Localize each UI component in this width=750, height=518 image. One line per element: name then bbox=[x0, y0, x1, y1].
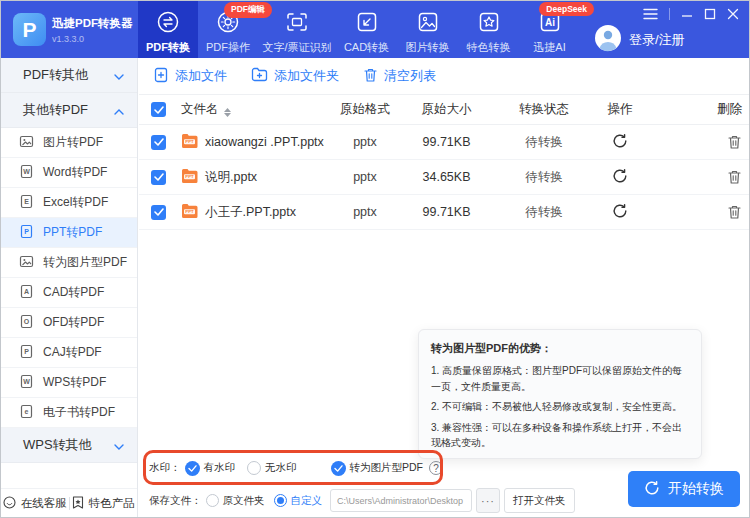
nav-tab-pdf-convert[interactable]: PDF转换 bbox=[138, 1, 198, 58]
original-folder-radio[interactable] bbox=[206, 494, 219, 507]
sort-icon bbox=[224, 108, 231, 117]
col-action: 操作 bbox=[594, 101, 646, 118]
sidebar-group-pdf-to-other[interactable]: PDF转其他 bbox=[1, 58, 137, 93]
sidebar-group-other-to-pdf[interactable]: 其他转PDF bbox=[1, 93, 137, 128]
refresh-icon[interactable] bbox=[594, 133, 646, 152]
chevron-down-icon bbox=[114, 68, 124, 83]
sidebar-item-cad-to-pdf[interactable]: A CAD转PDF bbox=[1, 278, 137, 308]
sidebar: PDF转其他 其他转PDF 图片转PDF W Word转PDF E Excel转… bbox=[1, 58, 138, 517]
toolbar: 添加文件 添加文件夹 清空列表 bbox=[139, 58, 749, 95]
delete-icon[interactable] bbox=[646, 134, 744, 150]
svg-text:W: W bbox=[23, 168, 30, 175]
ofd-file-icon: O bbox=[19, 314, 34, 332]
sidebar-item-wps-to-pdf[interactable]: W WPS转PDF bbox=[1, 368, 137, 398]
row-checkbox[interactable] bbox=[151, 205, 166, 220]
sidebar-item-image-to-pdf[interactable]: 图片转PDF bbox=[1, 128, 137, 158]
original-folder-label[interactable]: 原文件夹 bbox=[223, 494, 265, 508]
file-name: 说明.pptx bbox=[205, 169, 257, 186]
close-icon[interactable] bbox=[727, 8, 739, 20]
menu-icon[interactable] bbox=[643, 8, 658, 20]
cad-file-icon: A bbox=[19, 284, 34, 302]
ebook-file-icon: e bbox=[19, 404, 34, 422]
sidebar-item-ofd-to-pdf[interactable]: O OFD转PDF bbox=[1, 308, 137, 338]
app-title: 迅捷PDF转换器 bbox=[52, 16, 133, 31]
row-checkbox[interactable] bbox=[151, 135, 166, 150]
ribbon-star-icon bbox=[72, 496, 84, 511]
svg-text:e: e bbox=[25, 408, 29, 415]
clear-list-button[interactable]: 清空列表 bbox=[363, 67, 436, 86]
brand: P 迅捷PDF转换器 v1.3.3.0 bbox=[1, 1, 138, 58]
nav-tab-pdf-operate[interactable]: PDF编辑 PDF操作 bbox=[198, 1, 258, 58]
help-icon[interactable]: ? bbox=[429, 461, 443, 475]
minimize-icon[interactable] bbox=[681, 8, 693, 20]
main-content: 添加文件 添加文件夹 清空列表 文件名 原始格式 原始大小 转换状态 操作 删除… bbox=[139, 58, 749, 517]
file-size: 99.71KB bbox=[399, 205, 494, 219]
sidebar-item-ebook-to-pdf[interactable]: e 电子书转PDF bbox=[1, 398, 137, 428]
sidebar-item-ppt-to-pdf[interactable]: P PPT转PDF bbox=[1, 218, 137, 248]
file-format: pptx bbox=[331, 135, 399, 149]
nav-tab-cad-convert[interactable]: CAD转换 bbox=[336, 1, 397, 58]
cad-icon bbox=[354, 9, 380, 35]
online-support[interactable]: 在线客服 bbox=[1, 496, 69, 511]
watermark-label: 水印： bbox=[149, 461, 181, 475]
add-file-button[interactable]: 添加文件 bbox=[153, 67, 227, 86]
trash-icon bbox=[363, 67, 378, 86]
convert-status: 待转换 bbox=[494, 204, 594, 221]
select-all-checkbox[interactable] bbox=[151, 102, 166, 117]
start-convert-button[interactable]: 开始转换 bbox=[628, 471, 740, 507]
sidebar-item-to-image-pdf[interactable]: 转为图片型PDF bbox=[1, 248, 137, 278]
convert-status: 待转换 bbox=[494, 169, 594, 186]
add-folder-button[interactable]: 添加文件夹 bbox=[251, 67, 339, 85]
excel-file-icon: E bbox=[19, 194, 34, 212]
without-watermark-radio[interactable] bbox=[247, 461, 261, 475]
save-path-input[interactable] bbox=[330, 489, 472, 512]
custom-folder-label[interactable]: 自定义 bbox=[291, 494, 323, 508]
delete-icon[interactable] bbox=[646, 204, 744, 220]
refresh-icon[interactable] bbox=[594, 168, 646, 187]
col-size: 原始大小 bbox=[399, 101, 494, 118]
table-row: PPT小王子.PPT.pptx pptx 99.71KB 待转换 bbox=[139, 195, 749, 230]
nav-tab-xunjie-ai[interactable]: DeepSeek Ai 迅捷AI bbox=[519, 1, 580, 58]
file-name: xiaowangzi .PPT.pptx bbox=[205, 135, 324, 149]
file-size: 99.71KB bbox=[399, 135, 494, 149]
ppt-file-type-icon: PPT bbox=[181, 203, 198, 221]
col-filename[interactable]: 文件名 bbox=[181, 101, 331, 118]
without-watermark-label[interactable]: 无水印 bbox=[265, 461, 297, 475]
maximize-icon[interactable] bbox=[704, 8, 716, 20]
divider bbox=[669, 8, 670, 20]
avatar bbox=[594, 24, 622, 55]
image-file-icon bbox=[19, 254, 34, 272]
nav-tab-special-convert[interactable]: 特色转换 bbox=[458, 1, 519, 58]
file-format: pptx bbox=[331, 170, 399, 184]
open-folder-button[interactable]: 打开文件夹 bbox=[504, 488, 575, 513]
table-row: PPTxiaowangzi .PPT.pptx pptx 99.71KB 待转换 bbox=[139, 125, 749, 160]
main-nav: PDF转换 PDF编辑 PDF操作 文字/票证识别 CAD转换 图片转换 bbox=[138, 1, 580, 58]
to-image-pdf-label[interactable]: 转为图片型PDF bbox=[350, 461, 424, 475]
login-register[interactable]: 登录/注册 bbox=[594, 21, 685, 58]
refresh-icon[interactable] bbox=[594, 203, 646, 222]
nav-tab-image-convert[interactable]: 图片转换 bbox=[397, 1, 458, 58]
sidebar-group-wps-to-other[interactable]: WPS转其他 bbox=[1, 428, 137, 463]
empty-area: 转为图片型PDF的优势： 1. 高质量保留原格式：图片型PDF可以保留原始文件的… bbox=[139, 230, 749, 452]
row-checkbox[interactable] bbox=[151, 170, 166, 185]
with-watermark-radio[interactable] bbox=[185, 461, 200, 476]
featured-products[interactable]: 特色产品 bbox=[70, 496, 138, 511]
pdf-edit-badge: PDF编辑 bbox=[224, 2, 272, 18]
add-folder-icon bbox=[251, 67, 268, 85]
browse-button[interactable]: ··· bbox=[476, 488, 500, 513]
custom-folder-radio[interactable] bbox=[274, 494, 287, 507]
sidebar-item-word-to-pdf[interactable]: W Word转PDF bbox=[1, 158, 137, 188]
col-delete: 删除 bbox=[646, 101, 744, 118]
svg-text:PPT: PPT bbox=[185, 139, 194, 144]
app-window: P 迅捷PDF转换器 v1.3.3.0 PDF转换 PDF编辑 PDF操作 文字… bbox=[0, 0, 750, 518]
to-image-pdf-radio[interactable] bbox=[331, 461, 346, 476]
sidebar-item-caj-to-pdf[interactable]: P CAJ转PDF bbox=[1, 338, 137, 368]
tooltip-point: 3. 兼容性强：可以在多种设备和操作系统上打开，不会出现格式变动。 bbox=[431, 420, 689, 451]
delete-icon[interactable] bbox=[646, 169, 744, 185]
star-icon bbox=[476, 9, 502, 35]
svg-text:E: E bbox=[24, 198, 29, 205]
with-watermark-label[interactable]: 有水印 bbox=[204, 461, 236, 475]
chevron-up-icon bbox=[114, 103, 124, 118]
tooltip-title: 转为图片型PDF的优势： bbox=[431, 340, 689, 357]
sidebar-item-excel-to-pdf[interactable]: E Excel转PDF bbox=[1, 188, 137, 218]
